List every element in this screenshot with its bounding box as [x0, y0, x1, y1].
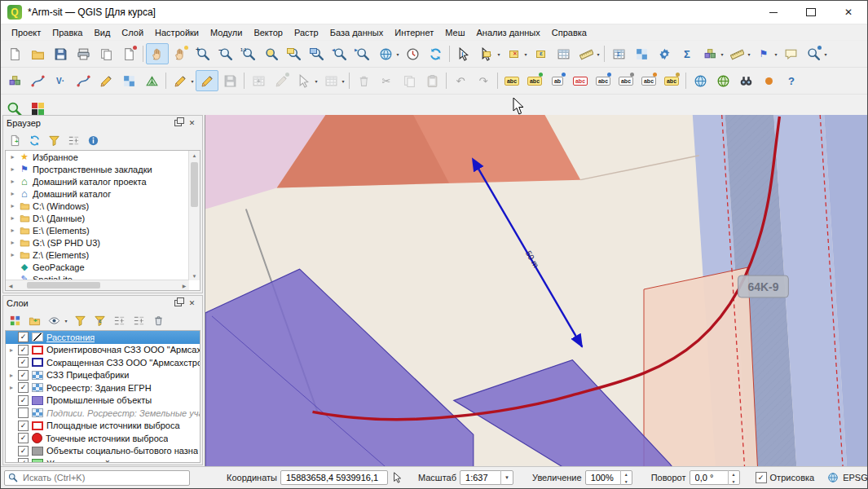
coordinates-field[interactable]: [280, 470, 388, 485]
expander-icon[interactable]: ▸: [8, 346, 15, 354]
menu-mesh[interactable]: Меш: [439, 26, 470, 39]
expander-icon[interactable]: ▸: [8, 372, 15, 379]
layer-checkbox[interactable]: ✓: [18, 332, 29, 342]
open-project-icon[interactable]: [26, 43, 49, 64]
browser-item-home[interactable]: ▸⌂Домашний каталог: [6, 187, 189, 200]
shape-digitize-icon[interactable]: [95, 70, 117, 91]
zoom-in-icon[interactable]: +: [192, 43, 214, 64]
menu-vector[interactable]: Вектор: [248, 26, 289, 39]
show-hidden-labels-icon[interactable]: abc: [592, 70, 615, 91]
browser-item-drive-g[interactable]: ▸G:\ (SP PHD U3): [6, 236, 189, 249]
close-button[interactable]: ✕: [830, 1, 867, 24]
temporal-controller-icon[interactable]: [401, 43, 424, 64]
redo-icon[interactable]: ↷: [472, 70, 495, 91]
browser-float-button[interactable]: [171, 117, 185, 130]
expander-icon[interactable]: ▸: [9, 202, 16, 209]
identify-features-icon[interactable]: i: [452, 43, 475, 64]
layer-diagram-icon[interactable]: abc: [523, 70, 546, 91]
expander-icon[interactable]: ▸: [9, 153, 16, 161]
select-by-expression-icon[interactable]: ε: [529, 43, 552, 64]
browser-close-button[interactable]: ✕: [185, 117, 199, 130]
move-label-icon[interactable]: abc: [615, 70, 637, 91]
find-features-icon[interactable]: [734, 70, 757, 91]
expander-icon[interactable]: ▸: [9, 178, 16, 185]
layer-checkbox[interactable]: ✓: [18, 345, 29, 355]
geocode-icon[interactable]: [712, 70, 734, 91]
layers-close-button[interactable]: ✕: [185, 297, 199, 310]
layer-row-social-objects[interactable]: ✓Объекты социально-бытового назна: [6, 445, 200, 458]
layer-row-distances[interactable]: ✓Расстояния: [6, 331, 200, 344]
scroll-up-icon[interactable]: ▲: [189, 151, 200, 160]
expander-icon[interactable]: ▸: [9, 214, 16, 222]
zoom-next-icon[interactable]: ▶: [351, 43, 374, 64]
layer-row-residential[interactable]: ✓Жилая застройка: [6, 457, 200, 463]
refresh-browser-icon[interactable]: [26, 132, 43, 149]
map-tips-icon[interactable]: [779, 43, 802, 64]
magnifier-input[interactable]: [589, 472, 620, 483]
menu-help[interactable]: Справка: [546, 26, 593, 39]
style-manager-icon[interactable]: [117, 43, 140, 64]
undo-icon[interactable]: ↶: [449, 70, 472, 91]
scale-input[interactable]: [464, 472, 500, 483]
remove-layer-icon[interactable]: [150, 312, 167, 329]
scale-combo[interactable]: ▼: [460, 470, 513, 485]
layer-checkbox[interactable]: ✓: [18, 458, 29, 463]
layer-row-szz-poultry[interactable]: ▸✓СЗЗ Прицефабрики: [6, 369, 200, 382]
annotation-icon[interactable]: [725, 43, 748, 64]
highlight-unplaced-labels-icon[interactable]: abc: [569, 70, 592, 91]
paste-features-icon[interactable]: [421, 70, 443, 91]
layer-row-area-sources[interactable]: ✓Площадные источники выброса: [6, 420, 200, 433]
toggle-editing-icon[interactable]: [196, 70, 218, 91]
filter-browser-icon[interactable]: [46, 132, 63, 149]
crs-icon[interactable]: [826, 471, 839, 484]
collapse-all-icon[interactable]: [130, 312, 148, 329]
layer-row-szz-orient[interactable]: ▸✓Ориентировочная СЗЗ ООО "Армсах: [6, 344, 200, 357]
browser-item-drive-d[interactable]: ▸D:\ (Данные): [6, 212, 189, 224]
profile-tool-icon[interactable]: [26, 70, 49, 91]
measure-icon[interactable]: [575, 43, 597, 64]
zoom-to-layer-icon[interactable]: [306, 43, 328, 64]
rotate-label-icon[interactable]: abc: [637, 70, 660, 91]
expand-all-icon[interactable]: [111, 312, 128, 329]
themes-dropdown-icon[interactable]: ▾: [63, 318, 69, 324]
current-edits-icon[interactable]: [169, 70, 192, 91]
browser-horizontal-scrollbar[interactable]: ◀ ▶: [6, 280, 189, 290]
scale-dropdown-icon[interactable]: ▼: [500, 470, 513, 485]
menu-raster[interactable]: Растр: [289, 26, 324, 39]
zoom-to-selection-icon[interactable]: [283, 43, 306, 64]
minimize-button[interactable]: [755, 1, 792, 24]
menu-view[interactable]: Вид: [88, 26, 116, 39]
pan-map-icon[interactable]: [146, 43, 169, 64]
menu-edit[interactable]: Правка: [46, 26, 88, 39]
arc-digitize-icon[interactable]: [72, 70, 95, 91]
layer-checkbox[interactable]: ✓: [18, 357, 29, 368]
spin-up-icon[interactable]: ▲: [621, 470, 632, 478]
layers-float-button[interactable]: [171, 297, 185, 310]
browser-item-project-home[interactable]: ▸⌂Домашний каталог проекта: [6, 175, 189, 187]
add-group-icon[interactable]: +: [26, 312, 43, 329]
metasearch-icon[interactable]: [689, 70, 712, 91]
refresh-map-icon[interactable]: [424, 43, 447, 64]
vertex-editor-icon[interactable]: V·: [49, 70, 72, 91]
new-map-view-icon[interactable]: [374, 43, 397, 64]
layer-checkbox[interactable]: [18, 408, 29, 418]
checker-plugin-icon[interactable]: [117, 70, 140, 91]
search-input[interactable]: [21, 472, 186, 483]
select-features-icon[interactable]: [475, 43, 498, 64]
filter-expression-icon[interactable]: ε: [91, 312, 108, 329]
expander-icon[interactable]: ▸: [9, 165, 16, 173]
render-checkbox[interactable]: ✓: [756, 472, 767, 483]
open-attribute-table-icon[interactable]: [552, 43, 575, 64]
menu-plugins[interactable]: Модули: [205, 26, 248, 39]
zoom-last-icon[interactable]: ◀: [328, 43, 351, 64]
field-calculator-icon[interactable]: Σ: [607, 43, 630, 64]
expander-icon[interactable]: ▸: [9, 190, 16, 197]
menu-database[interactable]: База данных: [324, 26, 390, 39]
change-label-icon[interactable]: abc: [660, 70, 683, 91]
db-manager-icon[interactable]: [3, 70, 26, 91]
spin-down-icon[interactable]: ▼: [729, 478, 739, 485]
filter-legend-icon[interactable]: [72, 312, 89, 329]
layout-manager-icon[interactable]: [95, 43, 117, 64]
pin-labels-icon[interactable]: ab: [546, 70, 569, 91]
deselect-features-icon[interactable]: ✕: [502, 43, 525, 64]
